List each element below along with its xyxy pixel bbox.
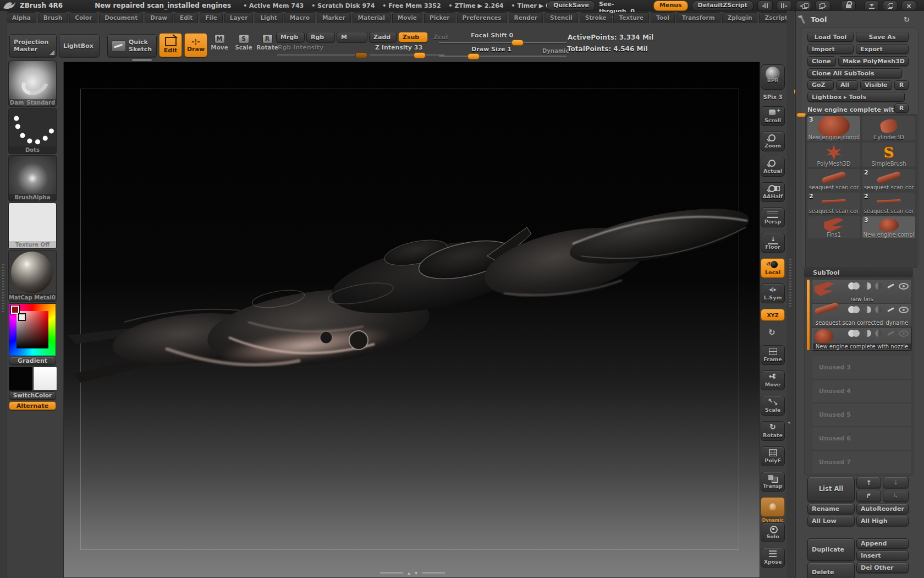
menu-item[interactable]: Movie <box>392 12 422 23</box>
tool-inventory-item[interactable]: 3 New engine compl <box>862 216 915 238</box>
menu-item[interactable]: File <box>200 12 223 23</box>
tool-inventory-item[interactable]: Cylinder3D <box>862 116 915 140</box>
menu-item[interactable]: Macro <box>284 12 315 23</box>
menu-item[interactable]: Tool <box>651 12 675 23</box>
main-color-swatch[interactable] <box>9 367 32 391</box>
subtool-unused-row[interactable]: Unused 6 <box>812 427 912 450</box>
right-tray-divider[interactable]: ◂ <box>787 11 794 578</box>
hue-selector[interactable] <box>11 306 19 314</box>
menu-item[interactable]: Edit <box>174 12 198 23</box>
spix-slider[interactable]: SPix 3 <box>760 91 785 101</box>
menu-item[interactable]: Document <box>99 12 143 23</box>
uv-toggle-icon[interactable] <box>864 330 871 337</box>
subtool-row[interactable]: new fins <box>812 280 912 303</box>
delete-button[interactable]: Delete <box>807 563 855 578</box>
menu-item[interactable]: Render <box>509 12 543 23</box>
paint-brush-icon[interactable] <box>886 306 895 313</box>
subtool-unused-row[interactable]: Unused 3 <box>812 356 912 379</box>
tool-inventory-item[interactable]: 2 seaquest scan cor <box>862 169 915 190</box>
viewport-canvas[interactable]: ▴▾ <box>63 62 760 578</box>
right-shelf-button[interactable]: Rotate <box>761 421 785 441</box>
right-shelf-button[interactable]: L.Sym <box>761 283 785 303</box>
bpr-render-button[interactable]: BPR <box>761 64 785 90</box>
alternate-button[interactable]: Alternate <box>9 401 56 410</box>
right-shelf-button[interactable]: Persp <box>761 208 785 227</box>
current-brush-swatch[interactable]: Dam_Standard <box>8 61 57 107</box>
half-toggle-icon[interactable] <box>875 282 882 290</box>
goz-button[interactable]: GoZ <box>807 80 834 90</box>
current-alpha-swatch[interactable]: BrushAlpha <box>8 155 57 201</box>
rotate-mode-button[interactable]: R Rotate <box>256 34 279 57</box>
tool-inventory-item[interactable]: 2 seaquest scan cor <box>807 193 860 214</box>
right-shelf-button[interactable]: XYZ <box>761 309 785 321</box>
m-button[interactable]: M <box>337 32 367 42</box>
subtool-down-button[interactable]: ↓ <box>883 477 909 488</box>
paint-brush-icon[interactable] <box>886 282 895 290</box>
save-as-button[interactable]: Save As <box>856 32 909 42</box>
goz-all-button[interactable]: All <box>836 80 858 90</box>
draw-size-slider[interactable] <box>439 56 566 57</box>
tool-palette-header[interactable]: Tool ↻ <box>796 13 917 25</box>
switch-color-button[interactable]: SwitchColor <box>9 391 56 400</box>
append-button[interactable]: Append <box>856 538 909 549</box>
rename-button[interactable]: Rename <box>807 504 855 514</box>
right-shelf-button[interactable]: Solo <box>761 522 785 542</box>
visibility-eye-icon[interactable] <box>899 283 909 290</box>
subtool-redo-button[interactable]: ↱ <box>856 490 881 502</box>
paint-brush-icon[interactable] <box>886 330 895 337</box>
quicksave-button[interactable]: QuickSave <box>547 1 595 11</box>
scroll-down-icon[interactable]: ▾ <box>415 570 417 576</box>
right-shelf-button[interactable]: Frame <box>761 345 785 365</box>
toolbar-scroll-handle[interactable] <box>132 59 152 61</box>
zsub-button[interactable]: Zsub <box>398 32 428 42</box>
mrgb-button[interactable]: Mrgb <box>276 32 305 42</box>
current-stroke-swatch[interactable]: Dots <box>8 108 57 154</box>
tool-r-button[interactable]: R <box>894 103 909 113</box>
clone-all-subtools-button[interactable]: Clone All SubTools <box>807 68 902 78</box>
scale-mode-button[interactable]: S Scale <box>233 34 255 57</box>
menu-item[interactable]: Layer <box>224 12 254 23</box>
menu-item[interactable]: Draw <box>145 12 173 23</box>
secondary-color-swatch[interactable] <box>33 367 57 391</box>
clone-button[interactable]: Clone <box>807 56 836 66</box>
default-zscript-button[interactable]: DefaultZScript <box>692 1 754 11</box>
all-high-button[interactable]: All High <box>856 516 909 526</box>
menu-item[interactable]: Brush <box>38 12 68 23</box>
dynamic-label[interactable]: Dynamic <box>542 48 569 54</box>
lightbox-button[interactable]: LightBox <box>59 34 100 57</box>
right-shelf-button[interactable]: Actual <box>761 157 785 177</box>
right-shelf-button[interactable]: Move <box>761 370 785 390</box>
subtool-row[interactable]: seaquest scan corrected_dyname <box>812 303 912 327</box>
zcut-button[interactable]: Zcut <box>430 32 455 42</box>
tool-inventory-item[interactable]: 3 New engine compl <box>807 116 860 140</box>
minimize-icon[interactable] <box>864 1 879 11</box>
uv-toggle-icon[interactable] <box>864 306 871 313</box>
scroll-up-icon[interactable]: ▴ <box>408 570 410 576</box>
polypaint-icon[interactable] <box>848 282 860 290</box>
goz-visible-button[interactable]: Visible <box>860 80 892 90</box>
scrub-left-icon[interactable]: ◂ <box>757 1 773 11</box>
menu-item[interactable]: Light <box>255 12 282 23</box>
right-shelf-button[interactable]: AAHalf <box>761 182 785 202</box>
gradient-button[interactable]: Gradient <box>9 357 56 365</box>
subtool-up-button[interactable]: ↑ <box>856 477 881 488</box>
menu-item[interactable]: Picker <box>424 12 455 23</box>
subtool-corner-button[interactable]: ↳ <box>883 490 909 502</box>
refresh-icon[interactable]: ↻ <box>904 15 910 24</box>
projection-master-button[interactable]: ProjectionMaster <box>9 34 57 57</box>
subtool-unused-row[interactable]: Unused 7 <box>812 450 912 474</box>
tool-inventory-item[interactable]: PolyMesh3D <box>807 143 860 167</box>
menu-item[interactable]: Stencil <box>544 12 578 23</box>
right-shelf-button[interactable]: Scroll <box>761 106 785 126</box>
load-tool-button[interactable]: Load Tool <box>807 32 854 42</box>
current-texture-swatch[interactable]: Texture Off <box>8 203 57 249</box>
lightbox-tools-button[interactable]: Lightbox ▸ Tools <box>807 92 905 102</box>
menu-item[interactable]: Alpha <box>7 12 36 23</box>
color-picker[interactable] <box>9 303 56 356</box>
export-button[interactable]: Export <box>856 44 909 54</box>
half-toggle-icon[interactable] <box>875 330 882 337</box>
subtool-panel-header[interactable]: SubTool <box>804 268 913 277</box>
current-tool-slider[interactable]: New engine complete wit <box>807 103 893 112</box>
all-low-button[interactable]: All Low <box>807 516 855 526</box>
auto-reorder-button[interactable]: AutoReorder <box>856 504 909 514</box>
